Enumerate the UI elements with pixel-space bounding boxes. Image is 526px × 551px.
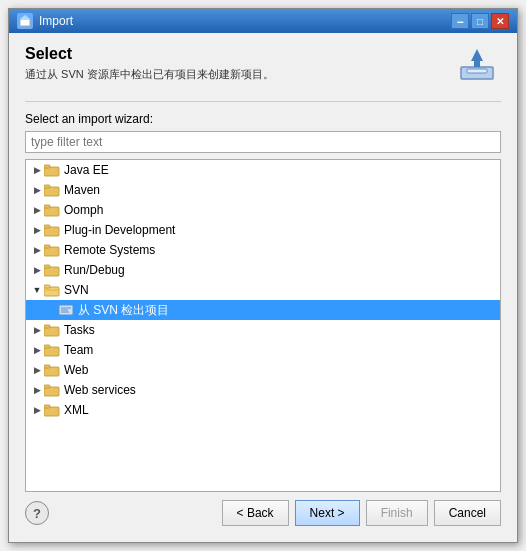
filter-input[interactable] [25, 131, 501, 153]
page-title: Select [25, 45, 453, 63]
folder-icon [44, 363, 60, 377]
arrow-icon: ▶ [30, 363, 44, 377]
arrow-icon: ▶ [30, 223, 44, 237]
next-button[interactable]: Next > [295, 500, 360, 526]
folder-icon [44, 383, 60, 397]
svg-rect-27 [44, 345, 50, 348]
header-description: 通过从 SVN 资源库中检出已有项目来创建新项目。 [25, 67, 453, 82]
finish-button[interactable]: Finish [366, 500, 428, 526]
svg-rect-12 [44, 225, 50, 228]
svg-rect-16 [44, 265, 50, 268]
tree-item-label: Team [64, 343, 93, 357]
tree-item-label: XML [64, 403, 89, 417]
tree-item-svn-checkout[interactable]: ▶ 从 SVN 检出项目 [26, 300, 500, 320]
tree-item-label: 从 SVN 检出项目 [78, 302, 169, 319]
maximize-button[interactable]: □ [471, 13, 489, 29]
folder-icon [44, 203, 60, 217]
svg-rect-18 [44, 285, 50, 288]
arrow-icon: ▶ [30, 263, 44, 277]
tree-item-label: Remote Systems [64, 243, 155, 257]
header-text: Select 通过从 SVN 资源库中检出已有项目来创建新项目。 [25, 45, 453, 82]
header-section: Select 通过从 SVN 资源库中检出已有项目来创建新项目。 [25, 45, 501, 85]
svg-rect-31 [44, 385, 50, 388]
svn-checkout-icon [58, 303, 74, 317]
folder-icon [44, 223, 60, 237]
window-controls: ‒ □ ✕ [451, 13, 509, 29]
footer-buttons: < Back Next > Finish Cancel [49, 500, 501, 526]
folder-icon [44, 343, 60, 357]
arrow-icon: ▶ [30, 183, 44, 197]
svg-rect-3 [467, 69, 487, 73]
arrow-icon: ▶ [30, 163, 44, 177]
tree-item-oomph[interactable]: ▶ Oomph [26, 200, 500, 220]
arrow-icon: ▶ [30, 243, 44, 257]
minimize-button[interactable]: ‒ [451, 13, 469, 29]
folder-icon [44, 263, 60, 277]
window-title: Import [39, 14, 451, 28]
header-icon [453, 45, 501, 85]
svg-rect-6 [44, 165, 50, 168]
svg-rect-8 [44, 185, 50, 188]
svg-rect-25 [44, 325, 50, 328]
import-svg-icon [457, 47, 497, 83]
arrow-icon: ▶ [30, 203, 44, 217]
svg-marker-1 [20, 15, 30, 19]
tree-item-plugin-dev[interactable]: ▶ Plug-in Development [26, 220, 500, 240]
dialog-footer: ? < Back Next > Finish Cancel [25, 492, 501, 530]
help-button[interactable]: ? [25, 501, 49, 525]
tree-item-label: Web services [64, 383, 136, 397]
tree-item-label: Run/Debug [64, 263, 125, 277]
tree-item-svn[interactable]: ▼ SVN [26, 280, 500, 300]
tree-item-maven[interactable]: ▶ Maven [26, 180, 500, 200]
folder-icon [44, 163, 60, 177]
tree-item-label: Plug-in Development [64, 223, 175, 237]
folder-icon [44, 403, 60, 417]
tree-item-remote-systems[interactable]: ▶ Remote Systems [26, 240, 500, 260]
tree-item-team[interactable]: ▶ Team [26, 340, 500, 360]
tree-item-web-services[interactable]: ▶ Web services [26, 380, 500, 400]
arrow-icon: ▼ [30, 283, 44, 297]
tree-item-label: Tasks [64, 323, 95, 337]
tree-item-label: Java EE [64, 163, 109, 177]
window-icon [17, 13, 33, 29]
arrow-icon: ▶ [30, 323, 44, 337]
svg-rect-33 [44, 405, 50, 408]
svg-rect-10 [44, 205, 50, 208]
arrow-icon: ▶ [30, 343, 44, 357]
folder-icon [44, 243, 60, 257]
dialog-content: Select 通过从 SVN 资源库中检出已有项目来创建新项目。 Select … [9, 33, 517, 542]
titlebar: Import ‒ □ ✕ [9, 9, 517, 33]
folder-icon [44, 323, 60, 337]
tree-item-label: SVN [64, 283, 89, 297]
tree-item-tasks[interactable]: ▶ Tasks [26, 320, 500, 340]
tree-item-web[interactable]: ▶ Web [26, 360, 500, 380]
tree-item-xml[interactable]: ▶ XML [26, 400, 500, 420]
svg-rect-14 [44, 245, 50, 248]
tree-item-label: Web [64, 363, 88, 377]
folder-icon [44, 183, 60, 197]
separator [25, 101, 501, 102]
svg-rect-29 [44, 365, 50, 368]
svg-rect-0 [20, 19, 30, 26]
tree-item-label: Oomph [64, 203, 103, 217]
arrow-icon: ▶ [30, 383, 44, 397]
filter-label: Select an import wizard: [25, 112, 501, 126]
back-button[interactable]: < Back [222, 500, 289, 526]
tree-container[interactable]: ▶ Java EE ▶ Maven ▶ [25, 159, 501, 492]
arrow-icon: ▶ [30, 403, 44, 417]
import-dialog: Import ‒ □ ✕ Select 通过从 SVN 资源库中检出已有项目来创… [8, 8, 518, 543]
tree-item-run-debug[interactable]: ▶ Run/Debug [26, 260, 500, 280]
tree-item-java-ee[interactable]: ▶ Java EE [26, 160, 500, 180]
tree-item-label: Maven [64, 183, 100, 197]
folder-open-icon [44, 283, 60, 297]
cancel-button[interactable]: Cancel [434, 500, 501, 526]
svg-marker-4 [471, 49, 483, 67]
close-button[interactable]: ✕ [491, 13, 509, 29]
